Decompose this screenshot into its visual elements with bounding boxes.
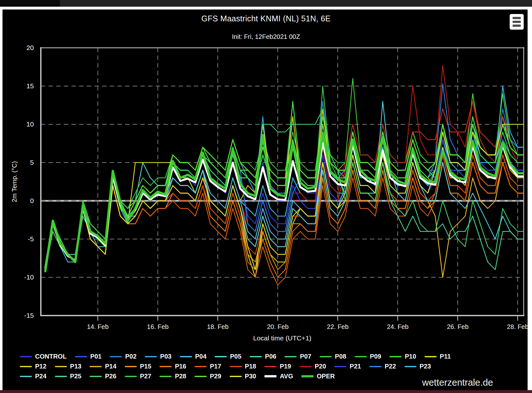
legend-item-P13: P13: [55, 362, 82, 370]
legend-label: P27: [140, 373, 151, 380]
y-axis-title: 2m Temp. (°C): [11, 161, 18, 202]
legend-color-line: [250, 356, 262, 357]
hamburger-bar: [513, 21, 521, 23]
y-tick-label: -10: [24, 273, 34, 281]
legend-label: P19: [280, 363, 291, 370]
legend-item-P20: P20: [299, 362, 326, 370]
legend-label: AVG: [280, 373, 293, 380]
legend-label: P15: [140, 363, 151, 370]
legend-color-line: [264, 375, 277, 377]
series-line-P28: [45, 94, 524, 270]
legend-item-P24: P24: [20, 372, 47, 380]
legend-item-P25: P25: [55, 372, 82, 380]
legend-item-P18: P18: [230, 362, 256, 370]
legend-color-line: [20, 376, 32, 377]
legend-label: P30: [245, 373, 256, 380]
legend-label: P09: [370, 353, 381, 360]
legend-item-P11: P11: [425, 353, 451, 360]
legend-color-line: [90, 366, 102, 367]
legend-color-line: [320, 356, 332, 357]
legend-color-line: [369, 366, 381, 367]
legend-label: P11: [440, 353, 451, 360]
legend-label: P02: [125, 353, 137, 360]
x-tick-label: 20. Feb: [267, 323, 289, 330]
legend-color-line: [230, 366, 242, 367]
legend-item-P27: P27: [125, 372, 151, 380]
legend-label: P22: [385, 363, 396, 370]
y-tick-label: -15: [24, 312, 34, 319]
legend-color-line: [125, 366, 137, 367]
legend-color-line: [55, 376, 67, 377]
legend-item-P23: P23: [404, 362, 431, 370]
legend-item-P16: P16: [159, 362, 186, 370]
legend-item-P03: P03: [145, 353, 172, 360]
legend-color-line: [159, 376, 172, 377]
legend-label: P21: [350, 363, 361, 370]
legend-color-line: [230, 376, 242, 377]
legend-label: P17: [210, 363, 221, 370]
legend-label: P06: [265, 353, 277, 360]
x-tick-label: 24. Feb: [387, 323, 409, 330]
series-line-CONTROL: [45, 140, 524, 270]
legend-color-line: [404, 366, 417, 367]
legend-item-P04: P04: [180, 353, 207, 360]
y-tick-label: 5: [30, 159, 34, 166]
legend-color-line: [110, 356, 122, 357]
x-tick-label: 16. Feb: [147, 323, 169, 330]
legend-label: CONTROL: [35, 353, 67, 360]
legend-color-line: [299, 366, 312, 367]
legend-color-line: [425, 356, 437, 357]
legend-color-line: [145, 356, 157, 357]
legend-item-P22: P22: [369, 362, 396, 370]
legend-item-P09: P09: [355, 353, 381, 360]
series-line-P13: [45, 163, 524, 277]
legend-item-CONTROL: CONTROL: [20, 353, 67, 360]
y-tick-label: 10: [26, 120, 34, 128]
legend-color-line: [264, 366, 277, 367]
y-tick-label: 0: [30, 197, 34, 204]
chart-legend: CONTROLP01P02P03P04P05P06P07P08P09P10P11…: [20, 353, 500, 380]
legend-item-P29: P29: [195, 372, 221, 380]
legend-item-P15: P15: [125, 362, 151, 370]
series-line-P10: [45, 94, 524, 270]
legend-color-line: [284, 356, 297, 357]
legend-label: P26: [105, 373, 116, 380]
x-tick-label: 14. Feb: [87, 323, 109, 330]
legend-color-line: [180, 356, 192, 357]
legend-label: P24: [35, 373, 47, 380]
legend-item-P10: P10: [389, 353, 416, 360]
legend-color-line: [389, 356, 402, 357]
x-tick-label: 18. Feb: [207, 323, 229, 330]
legend-color-line: [195, 366, 207, 367]
legend-color-line: [195, 376, 207, 377]
chart-init-subtitle: Init: Fri, 12Feb2021 00Z: [0, 33, 532, 40]
legend-item-P17: P17: [195, 362, 221, 370]
legend-color-line: [125, 376, 137, 377]
watermark: wetterzentrale.de: [422, 377, 493, 388]
legend-item-P01: P01: [75, 353, 102, 360]
legend-label: P28: [175, 373, 186, 380]
legend-item-P26: P26: [90, 372, 116, 380]
legend-item-P19: P19: [264, 362, 291, 370]
legend-color-line: [334, 366, 346, 367]
hamburger-bar: [513, 25, 521, 27]
chart-title: GFS Maastricht KNMI (NL) 51N, 6E: [0, 14, 532, 23]
x-tick-label: 22. Feb: [327, 323, 349, 330]
legend-label: P10: [405, 353, 416, 360]
legend-label: P08: [335, 353, 346, 360]
legend-item-P06: P06: [250, 353, 277, 360]
legend-label: P23: [420, 363, 431, 370]
legend-color-line: [215, 356, 227, 357]
legend-label: P03: [160, 353, 172, 360]
legend-color-line: [75, 356, 87, 357]
legend-label: P12: [35, 363, 47, 370]
legend-label: OPER: [317, 373, 335, 380]
ensemble-temperature-chart: 14. Feb16. Feb18. Feb20. Feb22. Feb24. F…: [0, 0, 532, 393]
legend-color-line: [90, 376, 102, 377]
legend-color-line: [20, 366, 32, 367]
legend-item-P14: P14: [90, 362, 116, 370]
hamburger-bar: [513, 17, 521, 19]
legend-color-line: [301, 375, 314, 377]
hamburger-icon: [513, 17, 521, 27]
menu-button[interactable]: [510, 14, 524, 30]
